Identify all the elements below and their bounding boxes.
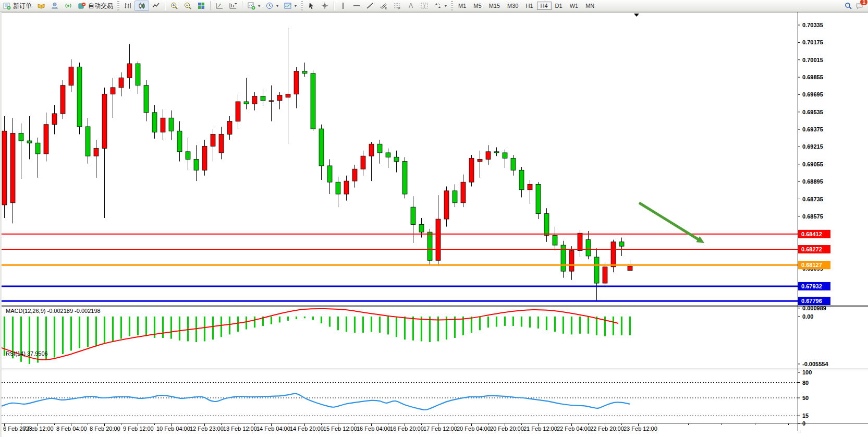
hline-button[interactable] — [350, 1, 363, 11]
candlestick-up — [444, 191, 449, 219]
timeframe-button-d1[interactable]: D1 — [552, 2, 566, 10]
macd-axis-label: 0.000989 — [802, 305, 826, 311]
time-tick-label: 8 Feb 20:00 — [90, 426, 120, 432]
chart-canvas[interactable]: 0.703350.701750.700150.698550.696950.695… — [2, 12, 868, 437]
price-tick-label: 0.69375 — [802, 126, 823, 132]
label-icon: T — [420, 2, 429, 10]
candlestick-down — [419, 224, 424, 232]
price-tick-label: 0.68735 — [802, 196, 823, 202]
toolbar-grip — [301, 1, 303, 10]
candlestick-up — [94, 149, 99, 156]
book-icon — [37, 2, 45, 10]
new-chart-button[interactable]: ▾ — [244, 1, 263, 11]
crosshair-button[interactable] — [318, 1, 332, 11]
candlestick-up — [361, 156, 365, 169]
timeframe-button-m5[interactable]: M5 — [470, 2, 485, 10]
candlestick-up — [352, 169, 357, 181]
period-clock-button[interactable]: ▾ — [263, 1, 281, 11]
channel-icon: E — [380, 2, 388, 10]
fibo-button[interactable]: F — [390, 1, 404, 11]
candlestick-down — [302, 71, 307, 74]
candlestick-up — [486, 152, 491, 160]
autotrade-icon — [78, 2, 86, 10]
timeframe-button-w1[interactable]: W1 — [566, 2, 582, 10]
chart-shift-icon — [229, 2, 237, 10]
text-button[interactable]: A — [404, 1, 418, 11]
candlestick-up — [161, 118, 165, 132]
vline-button[interactable] — [336, 1, 350, 11]
candlestick-up — [60, 86, 65, 114]
macd-label: MACD(12,26,9) -0.002189 -0.002198 — [6, 308, 101, 314]
candlestick-down — [311, 74, 315, 129]
channel-button[interactable]: E — [377, 1, 390, 11]
candlestick-down — [427, 232, 432, 260]
candlestick-down — [77, 67, 82, 127]
candlestick-down — [386, 153, 390, 157]
vline-icon — [339, 2, 347, 10]
candlestick-down — [536, 184, 541, 213]
timeframe-button-m1[interactable]: M1 — [455, 2, 470, 10]
hline-icon — [352, 2, 361, 10]
profile-button[interactable] — [48, 1, 62, 11]
candlestick-down — [411, 207, 415, 224]
candlestick-up — [252, 96, 257, 104]
search-icon[interactable] — [844, 2, 852, 10]
cursor-button[interactable] — [304, 1, 318, 11]
template-button[interactable]: ▾ — [281, 1, 299, 11]
candlestick-up — [628, 266, 632, 271]
price-line-badge-label: 0.67796 — [801, 298, 822, 304]
timeframe-button-h4[interactable]: H4 — [537, 2, 552, 10]
zoom-in-button[interactable] — [167, 1, 181, 11]
autoscroll-button[interactable] — [213, 1, 226, 11]
trendline-button[interactable] — [363, 1, 377, 11]
candlestick-up — [344, 181, 349, 194]
chat-icon[interactable]: 1 — [855, 2, 864, 10]
candlestick-up — [369, 144, 374, 156]
zoom-out-button[interactable] — [181, 1, 194, 11]
autotrade-label: 自动交易 — [88, 2, 113, 10]
autotrade-button[interactable]: 自动交易 — [75, 1, 116, 11]
candlestick-down — [594, 257, 599, 283]
label-button[interactable]: T — [418, 1, 431, 11]
candlestick-down — [85, 127, 90, 156]
new-order-label: 新订单 — [13, 2, 32, 10]
timeframe-button-mn[interactable]: MN — [582, 2, 598, 10]
candlestick-down — [511, 158, 516, 170]
candlestick-up — [569, 251, 574, 272]
candlestick-down — [402, 162, 407, 195]
chart-shift-button[interactable] — [226, 1, 240, 11]
candlestick-down — [494, 152, 499, 153]
time-tick-label: 23 Feb 12:00 — [624, 426, 657, 432]
timeframe-button-m30[interactable]: M30 — [504, 2, 522, 10]
shapes-icon — [434, 2, 442, 10]
bars-chart-button[interactable] — [121, 1, 135, 11]
candlestick-up — [286, 94, 290, 97]
toolbar-separator — [210, 1, 211, 10]
rsi-axis-label: 80 — [802, 380, 809, 386]
tile-windows-button[interactable] — [194, 1, 208, 11]
trendline-icon — [366, 2, 374, 10]
timeframe-button-m15[interactable]: M15 — [485, 2, 504, 10]
candlestick-down — [244, 102, 249, 104]
time-tick-label: 13 Feb 12:00 — [223, 426, 257, 432]
signal-button[interactable] — [62, 1, 75, 11]
new-order-button[interactable]: 新订单 — [0, 1, 34, 11]
timeframe-button-h1[interactable]: H1 — [522, 2, 536, 10]
svg-text:E: E — [385, 7, 387, 10]
price-tick-label: 0.69215 — [802, 143, 823, 150]
rsi-axis-label: 50 — [802, 395, 809, 401]
time-tick-label: 20 Feb 04:00 — [457, 426, 491, 432]
price-tick-label: 0.70335 — [802, 22, 823, 28]
price-line-badge-label: 0.68272 — [801, 246, 822, 252]
book-button[interactable] — [34, 1, 48, 11]
candlestick-up — [44, 125, 48, 154]
candles-chart-button[interactable] — [135, 1, 149, 11]
zoom-in-icon — [170, 2, 178, 10]
notification-badge: 1 — [860, 0, 867, 5]
price-tick-label: 0.68575 — [802, 213, 823, 220]
line-chart-button[interactable] — [149, 1, 163, 11]
candlestick-up — [69, 67, 74, 85]
chevron-down-icon: ▾ — [276, 4, 278, 8]
macd-axis-label: -0.005554 — [802, 361, 828, 367]
shapes-button[interactable]: ▾ — [431, 1, 449, 11]
